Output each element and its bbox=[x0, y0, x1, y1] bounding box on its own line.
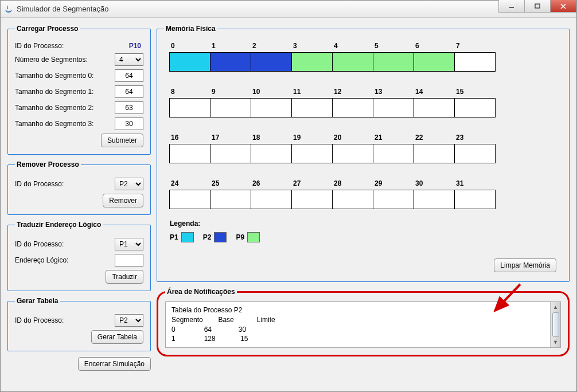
memory-cell-wrap: 0 bbox=[170, 42, 210, 72]
seg2-label: Tamanho do Segmento 2: bbox=[15, 104, 115, 112]
memory-cell-wrap: 17 bbox=[210, 134, 251, 163]
submeter-button[interactable]: Submeter bbox=[101, 134, 143, 147]
memory-cell bbox=[251, 144, 292, 163]
memory-cell-wrap: 27 bbox=[292, 179, 333, 209]
memory-cell-index: 6 bbox=[414, 42, 455, 50]
memory-cell bbox=[373, 190, 414, 209]
memory-cell-wrap: 14 bbox=[414, 88, 455, 117]
notificacoes-text: Tabela do Processo P2 Segmento Base Limi… bbox=[166, 302, 550, 347]
memory-cell bbox=[373, 98, 414, 117]
memory-cell-wrap: 8 bbox=[170, 88, 210, 117]
carregar-processo-panel: Carregar Processo ID do Processo: P10 Nú… bbox=[7, 25, 151, 155]
memory-cell-wrap: 16 bbox=[170, 134, 210, 163]
traduzir-legend: Traduzir Endereço Lógico bbox=[15, 221, 103, 229]
memory-cell-wrap: 15 bbox=[455, 88, 496, 117]
memory-cell-index: 5 bbox=[373, 42, 414, 50]
memoria-legend: Memória Física bbox=[164, 25, 217, 33]
gerar-tabela-button[interactable]: Gerar Tabela bbox=[91, 330, 143, 344]
memory-cell bbox=[169, 144, 210, 163]
memory-cell bbox=[414, 190, 455, 209]
memory-cell-index: 26 bbox=[251, 179, 292, 187]
num-segmentos-select[interactable]: 4 bbox=[115, 53, 143, 66]
memory-cell bbox=[169, 52, 210, 72]
traduzir-endereco-panel: Traduzir Endereço Lógico ID do Processo:… bbox=[7, 221, 151, 291]
memory-cell-index: 18 bbox=[251, 134, 292, 142]
memory-grid: 0123456789101112131415161718192021222324… bbox=[164, 38, 562, 209]
limpar-memoria-button[interactable]: Limpar Memória bbox=[494, 258, 556, 272]
seg0-input[interactable] bbox=[115, 69, 143, 82]
carregar-id-label: ID do Processo: bbox=[15, 42, 129, 50]
memory-cell bbox=[210, 98, 251, 117]
memory-cell-index: 11 bbox=[292, 88, 333, 96]
notificacoes-body: Tabela do Processo P2 Segmento Base Limi… bbox=[165, 301, 561, 348]
memory-cell bbox=[454, 52, 496, 72]
legenda-item-label: P1 bbox=[170, 233, 178, 241]
memory-row: 01234567 bbox=[170, 42, 556, 72]
memory-cell bbox=[332, 144, 373, 163]
maximize-button[interactable] bbox=[524, 0, 551, 13]
gerar-id-select[interactable]: P2 bbox=[115, 314, 143, 327]
memory-cell-wrap: 30 bbox=[414, 179, 455, 209]
traduzir-button[interactable]: Traduzir bbox=[106, 270, 143, 284]
main-area: Memória Física 0123456789101112131415161… bbox=[157, 25, 570, 385]
memory-cell-index: 2 bbox=[251, 42, 292, 50]
memory-cell-index: 29 bbox=[373, 179, 414, 187]
memory-cell-index: 21 bbox=[373, 134, 414, 142]
memory-row: 89101112131415 bbox=[170, 88, 556, 117]
remover-button[interactable]: Remover bbox=[103, 194, 143, 207]
memory-cell-wrap: 9 bbox=[210, 88, 251, 117]
memory-cell-index: 12 bbox=[333, 88, 373, 96]
memory-cell-index: 10 bbox=[251, 88, 292, 96]
endereco-logico-input[interactable] bbox=[115, 254, 143, 266]
memory-cell-index: 3 bbox=[292, 42, 333, 50]
memory-cell-wrap: 23 bbox=[455, 134, 496, 163]
memory-cell-wrap: 5 bbox=[373, 42, 414, 72]
close-button[interactable] bbox=[550, 0, 576, 13]
memory-cell-index: 7 bbox=[455, 42, 496, 50]
traduzir-id-label: ID do Processo: bbox=[15, 240, 115, 248]
memory-cell-index: 24 bbox=[170, 179, 210, 187]
legenda-swatch-icon bbox=[214, 232, 227, 242]
memory-cell-wrap: 12 bbox=[333, 88, 373, 117]
memory-cell bbox=[414, 144, 455, 163]
remover-id-select[interactable]: P2 bbox=[115, 178, 143, 190]
content-area: Carregar Processo ID do Processo: P10 Nú… bbox=[1, 18, 576, 391]
memory-cell bbox=[251, 52, 292, 72]
memory-cell bbox=[332, 98, 373, 117]
memory-cell-wrap: 3 bbox=[292, 42, 333, 72]
java-icon bbox=[4, 5, 13, 14]
memory-cell-index: 8 bbox=[170, 88, 210, 96]
area-notificacoes-panel: Área de Notificações Tabela do Processo … bbox=[157, 288, 570, 356]
minimize-button[interactable] bbox=[498, 0, 525, 13]
traduzir-id-select[interactable]: P1 bbox=[115, 238, 143, 250]
legenda-item: P9 bbox=[236, 232, 260, 242]
memory-cell-index: 28 bbox=[333, 179, 373, 187]
num-segmentos-label: Número de Segmentos: bbox=[15, 56, 115, 64]
seg2-input[interactable] bbox=[115, 101, 143, 114]
notificacoes-scrollbar[interactable]: ▲ ▼ bbox=[550, 302, 560, 347]
memory-cell bbox=[169, 98, 210, 117]
window-controls bbox=[499, 0, 576, 13]
endereco-logico-label: Endereço Lógico: bbox=[15, 256, 115, 264]
memory-cell-wrap: 28 bbox=[333, 179, 373, 209]
memory-cell-wrap: 22 bbox=[414, 134, 455, 163]
memory-cell-wrap: 26 bbox=[251, 179, 292, 209]
window-title: Simulador de Segmentação bbox=[17, 5, 108, 13]
notificacoes-legend: Área de Notificações bbox=[165, 288, 237, 296]
legenda-item-label: P2 bbox=[203, 233, 212, 241]
seg3-input[interactable] bbox=[115, 117, 143, 130]
memory-cell-index: 13 bbox=[373, 88, 414, 96]
sidebar: Carregar Processo ID do Processo: P10 Nú… bbox=[7, 25, 151, 385]
scroll-down-icon[interactable]: ▼ bbox=[552, 338, 560, 346]
app-window: Simulador de Segmentação Carregar Proces… bbox=[0, 0, 577, 392]
memory-cell-index: 19 bbox=[292, 134, 333, 142]
encerrar-simulacao-button[interactable]: Encerrar Simulação bbox=[78, 357, 151, 371]
memory-cell-wrap: 13 bbox=[373, 88, 414, 117]
memory-cell bbox=[414, 98, 455, 117]
remover-processo-panel: Remover Processo ID do Processo: P2 Remo… bbox=[7, 160, 151, 215]
gerar-legend: Gerar Tabela bbox=[15, 297, 60, 305]
scroll-thumb[interactable] bbox=[552, 312, 559, 337]
legenda-swatch-icon bbox=[181, 232, 194, 242]
scroll-up-icon[interactable]: ▲ bbox=[552, 303, 560, 311]
seg1-input[interactable] bbox=[115, 85, 143, 98]
